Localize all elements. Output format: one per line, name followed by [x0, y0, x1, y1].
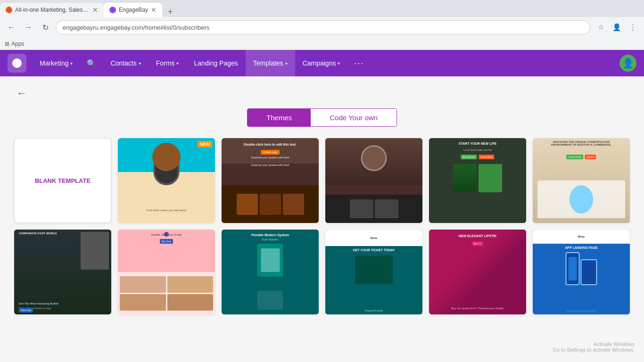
browser-tabs: All-in-one Marketing, Sales, Sup… ✕ Enga… — [0, 0, 644, 17]
nav-contacts[interactable]: Contacts ▾ — [103, 50, 148, 76]
back-button[interactable]: ← — [14, 86, 29, 101]
tab-favicon-2 — [109, 7, 116, 13]
browser-chrome: All-in-one Marketing, Sales, Sup… ✕ Enga… — [0, 0, 644, 50]
browser-toolbar: ← → ↻ engagebayru.engagebay.com/home#lis… — [0, 17, 644, 38]
template-card-11[interactable]: Write APP LANDING PAGE — [533, 230, 630, 314]
nav-marketing[interactable]: Marketing ▾ — [32, 50, 80, 76]
nav-contacts-label: Contacts — [110, 59, 136, 67]
nav-forms-label: Forms — [156, 59, 175, 67]
app-nav: Marketing ▾ 🔍 Contacts ▾ Forms ▾ Landing… — [0, 50, 644, 76]
nav-landing-pages[interactable]: Landing Pages — [186, 50, 245, 76]
nav-templates[interactable]: Templates ▾ — [246, 50, 295, 76]
browser-tab-2[interactable]: EngageBay ✕ — [104, 3, 162, 17]
app-logo[interactable] — [8, 54, 26, 73]
template-card-5[interactable]: DISCOVER THE UNIQUE COSMOPOLITAN ENVIRON… — [533, 138, 630, 223]
apps-label: Apps — [11, 41, 24, 47]
nav-forms[interactable]: Forms ▾ — [149, 50, 187, 76]
nav-search-button[interactable]: 🔍 — [80, 50, 103, 76]
apps-bar: ⊞ Apps — [0, 38, 644, 50]
tab-code-your-own[interactable]: Code Your own — [311, 109, 396, 126]
blank-template-label: BLANK TEMPLATE — [35, 177, 91, 184]
template-thumb-3: Enable text here to add text — [325, 138, 422, 223]
refresh-button[interactable]: ↻ — [39, 21, 52, 34]
nav-campaigns-label: Campaigns — [303, 59, 336, 67]
contacts-chevron-icon: ▾ — [139, 61, 141, 66]
logo-icon — [11, 58, 23, 69]
template-card-10[interactable]: NEW ELEGANT LIPSTIK BUY IT Buy all Lipst… — [429, 230, 526, 314]
svg-point-0 — [12, 58, 22, 68]
template-thumb-4: START YOUR NEW LIFE Lorem ipsum dolor si… — [429, 138, 526, 223]
template-card-9[interactable]: Write GET YOUR TICKET TODAY Featured Pro… — [325, 230, 422, 314]
tab-favicon-1 — [6, 7, 12, 13]
new-badge-1: NEW — [198, 141, 212, 148]
apps-grid-icon: ⊞ — [5, 41, 9, 47]
more-icon: ··· — [354, 58, 364, 68]
nav-campaigns[interactable]: Campaigns ▾ — [295, 50, 348, 76]
menu-icon[interactable]: ⋮ — [626, 21, 639, 34]
template-thumb-2: Double-click here to edit this text. Ord… — [222, 138, 319, 223]
page-tabs: Themes Code Your own — [14, 108, 630, 127]
template-thumb-7: Double click here to edit Buy Now — [118, 230, 215, 314]
forms-chevron-icon: ▾ — [176, 61, 179, 66]
template-card-8[interactable]: Flexible Modern System Eye Glasses — [222, 230, 319, 314]
main-content: ← Themes Code Your own BLANK TEMPLATE NE… — [0, 76, 644, 340]
forward-nav-button[interactable]: → — [22, 21, 35, 34]
template-thumb-5: DISCOVER THE UNIQUE COSMOPOLITAN ENVIRON… — [533, 138, 630, 223]
tab-close-2[interactable]: ✕ — [151, 6, 157, 14]
templates-chevron-icon: ▾ — [285, 61, 288, 66]
tab-group: Themes Code Your own — [247, 108, 397, 127]
template-grid: BLANK TEMPLATE NEW Find what makes you f… — [14, 138, 630, 314]
browser-tab-1[interactable]: All-in-one Marketing, Sales, Sup… ✕ — [0, 3, 104, 17]
nav-avatar[interactable]: 👤 — [619, 55, 636, 72]
profile-icon[interactable]: 👤 — [610, 21, 623, 34]
bookmark-icon[interactable]: ☆ — [594, 21, 607, 34]
template-card-6[interactable]: CORPORATE FOOT WORLD Get The Most Amazin… — [14, 230, 111, 314]
address-bar[interactable]: engagebayru.engagebay.com/home#list/0/su… — [56, 20, 590, 34]
nav-templates-label: Templates — [253, 59, 283, 67]
template-thumb-11: Write APP LANDING PAGE — [533, 230, 630, 314]
template-thumb-9: Write GET YOUR TICKET TODAY Featured Pro… — [325, 230, 422, 314]
tab-title-1: All-in-one Marketing, Sales, Sup… — [15, 7, 90, 13]
template-card-7[interactable]: Double click here to edit Buy Now — [118, 230, 215, 314]
template-card-1[interactable]: NEW Find what makes you feel better — [118, 138, 215, 223]
tab-themes[interactable]: Themes — [248, 109, 311, 126]
tab-close-1[interactable]: ✕ — [92, 6, 98, 14]
url-text: engagebayru.engagebay.com/home#list/0/su… — [63, 24, 209, 31]
tab-title-2: EngageBay — [119, 7, 148, 13]
template-thumb-8: Flexible Modern System Eye Glasses — [222, 230, 319, 314]
campaigns-chevron-icon: ▾ — [338, 61, 340, 66]
new-tab-button[interactable]: + — [164, 7, 177, 17]
template-card-3[interactable]: Enable text here to add text — [325, 138, 422, 223]
template-thumb-1: NEW Find what makes you feel better — [118, 138, 215, 223]
avatar-image: 👤 — [622, 58, 634, 69]
marketing-chevron-icon: ▾ — [70, 61, 73, 66]
nav-marketing-label: Marketing — [40, 59, 68, 67]
nav-more-button[interactable]: ··· — [347, 50, 371, 76]
template-card-4[interactable]: START YOUR NEW LIFE Lorem ipsum dolor si… — [429, 138, 526, 223]
template-card-2[interactable]: Double-click here to edit this text. Ord… — [222, 138, 319, 223]
nav-landing-pages-label: Landing Pages — [194, 59, 238, 67]
back-nav-button[interactable]: ← — [5, 21, 18, 34]
template-card-blank[interactable]: BLANK TEMPLATE — [14, 138, 111, 223]
template-thumb-6: CORPORATE FOOT WORLD Get The Most Amazin… — [14, 230, 111, 314]
toolbar-icons: ☆ 👤 ⋮ — [594, 21, 639, 34]
search-icon: 🔍 — [87, 59, 96, 68]
template-thumb-10: NEW ELEGANT LIPSTIK BUY IT Buy all Lipst… — [429, 230, 526, 314]
